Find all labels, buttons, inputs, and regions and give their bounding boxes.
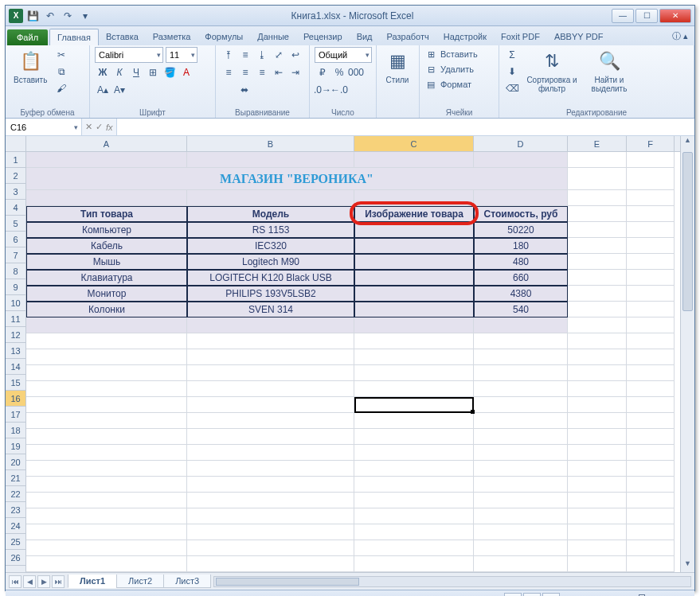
cell[interactable]: [26, 413, 187, 429]
qat-undo-button[interactable]: ↶: [42, 8, 58, 24]
scroll-up-icon[interactable]: ▲: [681, 136, 694, 149]
paste-button[interactable]: 📋 Вставить: [10, 47, 50, 86]
table-cell-cost-1[interactable]: 180: [474, 238, 568, 254]
decrease-decimal-button[interactable]: ←.0: [331, 82, 347, 98]
cell[interactable]: [187, 349, 354, 365]
cell[interactable]: [26, 381, 187, 397]
cell[interactable]: [354, 413, 474, 429]
sheet-tab-1[interactable]: Лист2: [116, 575, 164, 588]
cell[interactable]: [26, 429, 187, 445]
cell[interactable]: [26, 397, 187, 413]
copy-button[interactable]: ⧉: [53, 64, 69, 80]
table-cell-model-1[interactable]: IEC320: [187, 238, 354, 254]
cell[interactable]: [627, 222, 675, 238]
ribbon-tab-4[interactable]: Данные: [250, 29, 296, 45]
cell[interactable]: [187, 556, 354, 572]
row-header-21[interactable]: 21: [6, 470, 25, 486]
ribbon-tab-2[interactable]: Разметка: [146, 29, 198, 45]
cell[interactable]: [187, 477, 354, 493]
table-cell-image-4[interactable]: [354, 286, 474, 302]
table-cell-cost-2[interactable]: 480: [474, 254, 568, 270]
orientation-button[interactable]: ⤢: [271, 47, 287, 63]
cell[interactable]: [627, 493, 675, 508]
cells-format-button[interactable]: ▤Формат: [424, 77, 471, 92]
percent-button[interactable]: %: [331, 64, 347, 80]
cell[interactable]: [568, 302, 627, 317]
cell[interactable]: [354, 461, 474, 477]
cell[interactable]: [187, 190, 354, 206]
cell[interactable]: [568, 349, 627, 365]
cell[interactable]: [627, 168, 675, 190]
cell[interactable]: [568, 445, 627, 461]
col-header-B[interactable]: B: [187, 136, 354, 151]
table-cell-type-5[interactable]: Колонки: [26, 302, 187, 317]
cell[interactable]: [474, 381, 568, 397]
table-cell-model-5[interactable]: SVEN 314: [187, 302, 354, 317]
col-header-E[interactable]: E: [568, 136, 627, 151]
table-cell-image-3[interactable]: [354, 270, 474, 286]
cell[interactable]: [354, 540, 474, 556]
row-header-23[interactable]: 23: [6, 502, 25, 518]
close-button[interactable]: ✕: [659, 9, 691, 23]
row-header-17[interactable]: 17: [6, 407, 25, 423]
cell[interactable]: [26, 317, 187, 333]
merge-center-button[interactable]: ⬌: [221, 82, 268, 98]
sheet-nav-first[interactable]: ⏮: [9, 575, 22, 588]
cell[interactable]: [568, 540, 627, 556]
cell[interactable]: [627, 413, 675, 429]
cell[interactable]: [354, 445, 474, 461]
cell[interactable]: [627, 365, 675, 381]
table-cell-image-0[interactable]: [354, 222, 474, 238]
table-cell-cost-0[interactable]: 50220: [474, 222, 568, 238]
scroll-down-icon[interactable]: ▼: [681, 559, 694, 572]
cell[interactable]: [474, 477, 568, 493]
view-pagebreak-button[interactable]: ▥: [542, 593, 560, 597]
cell[interactable]: [354, 397, 474, 413]
table-header-1[interactable]: Модель: [187, 206, 354, 222]
cell[interactable]: [627, 333, 675, 349]
cell[interactable]: [26, 524, 187, 540]
cell[interactable]: [354, 190, 474, 206]
cells-delete-button[interactable]: ⊟Удалить: [424, 62, 474, 76]
ribbon-tab-5[interactable]: Рецензир: [296, 29, 350, 45]
minimize-button[interactable]: —: [612, 9, 634, 23]
cell[interactable]: [568, 254, 627, 270]
row-header-2[interactable]: 2: [6, 168, 25, 184]
cell[interactable]: [474, 493, 568, 508]
align-top-button[interactable]: ⭱: [221, 47, 237, 63]
cell[interactable]: [354, 152, 474, 168]
cell[interactable]: [26, 556, 187, 572]
row-header-7[interactable]: 7: [6, 247, 25, 263]
table-cell-model-2[interactable]: Logitech M90: [187, 254, 354, 270]
table-cell-cost-5[interactable]: 540: [474, 302, 568, 317]
table-cell-type-4[interactable]: Монитор: [26, 286, 187, 302]
worksheet-grid[interactable]: ABCDEF 123456789101112131415161718192021…: [6, 136, 694, 572]
cell[interactable]: [187, 508, 354, 524]
cell[interactable]: [568, 238, 627, 254]
increase-indent-button[interactable]: ⇥: [287, 64, 303, 80]
align-right-button[interactable]: ≡: [254, 64, 270, 80]
table-cell-type-0[interactable]: Компьютер: [26, 222, 187, 238]
qat-save-button[interactable]: 💾: [25, 8, 41, 24]
cell[interactable]: [187, 445, 354, 461]
table-cell-model-4[interactable]: PHILIPS 193V5LSB2: [187, 286, 354, 302]
cell[interactable]: [26, 349, 187, 365]
cell[interactable]: [627, 238, 675, 254]
table-header-2[interactable]: Изображение товара: [354, 206, 474, 222]
cell[interactable]: [354, 333, 474, 349]
cell[interactable]: [187, 381, 354, 397]
cell[interactable]: [627, 524, 675, 540]
row-header-10[interactable]: 10: [6, 295, 25, 311]
ribbon-tab-10[interactable]: ABBYY PDF: [547, 29, 611, 45]
cell[interactable]: [568, 270, 627, 286]
cell[interactable]: [627, 270, 675, 286]
fill-color-button[interactable]: 🪣: [162, 64, 178, 80]
cell[interactable]: [568, 286, 627, 302]
cell[interactable]: [187, 397, 354, 413]
scroll-thumb[interactable]: [682, 152, 693, 311]
qat-redo-button[interactable]: ↷: [60, 8, 76, 24]
cell[interactable]: [474, 445, 568, 461]
italic-button[interactable]: К: [111, 64, 127, 80]
row-header-22[interactable]: 22: [6, 486, 25, 502]
formula-input[interactable]: [116, 119, 694, 135]
